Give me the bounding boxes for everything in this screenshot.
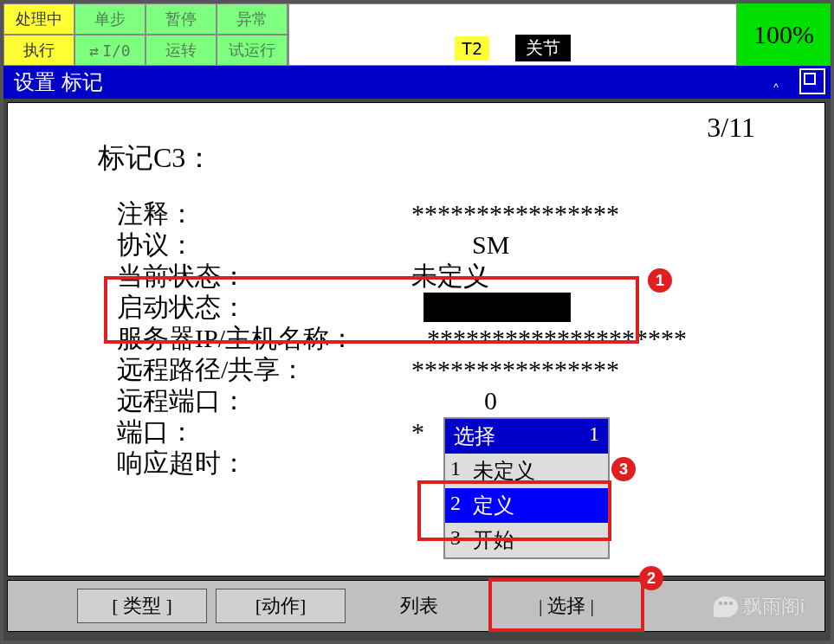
dropdown-header-count: 1 <box>589 422 599 450</box>
status-step[interactable]: 单步 <box>74 3 145 35</box>
action-button[interactable]: [动作] <box>216 589 346 623</box>
status-io[interactable]: ⇄I/0 <box>74 35 145 66</box>
value-comment[interactable]: **************** <box>411 198 619 229</box>
status-fault[interactable]: 异常 <box>217 3 288 35</box>
speed-percent[interactable]: 100% <box>737 3 831 66</box>
label-remote-path: 远程路径/共享： <box>117 354 411 385</box>
row-comment: 注释： **************** <box>117 198 687 229</box>
value-protocol[interactable]: SM <box>411 229 509 261</box>
caret-icon: ^ <box>773 81 779 93</box>
section-heading: 标记C3： <box>98 139 213 177</box>
label-remote-port: 远程端口： <box>117 385 411 416</box>
value-current-state[interactable]: 未定义 <box>411 261 489 292</box>
status-run[interactable]: 执行 <box>3 35 74 66</box>
value-remote-path[interactable]: **************** <box>411 354 619 385</box>
coord-joint-badge: 关节 <box>515 35 571 61</box>
label-response-timeout: 响应超时： <box>117 448 411 479</box>
dropdown-header: 选择 1 <box>445 419 608 454</box>
watermark: 飘雨阁i <box>714 594 805 620</box>
row-remote-port: 远程端口： 0 <box>117 385 687 416</box>
row-remote-path: 远程路径/共享： **************** <box>117 354 687 385</box>
label-protocol: 协议： <box>117 229 411 261</box>
label-current-state: 当前状态： <box>117 261 411 292</box>
mode-t2-badge: T2 <box>455 36 489 61</box>
status-pause[interactable]: 暂停 <box>145 3 217 35</box>
value-remote-port[interactable]: 0 <box>411 385 497 416</box>
dropdown-option-start[interactable]: 3 开始 <box>445 523 608 557</box>
label-port: 端口： <box>117 416 411 448</box>
select-button[interactable]: | 选择 | <box>493 589 640 623</box>
row-server: 服务器IP/主机名称： ******************** <box>117 323 687 354</box>
window-title-bar: 设置 标记 ^ <box>3 66 831 99</box>
content-pane: 3/11 标记C3： 注释： **************** 协议： SM 当… <box>7 102 825 576</box>
window-multi-icon[interactable] <box>799 68 825 94</box>
top-status-row: 处理中 单步 暂停 异常 执行 ⇄I/0 运转 试运行 T2 关节 100% <box>3 3 831 66</box>
type-button[interactable]: [ 类型 ] <box>77 589 207 623</box>
value-server[interactable]: ******************** <box>427 323 687 354</box>
dropdown-option-undefined[interactable]: 1 未定义 <box>445 454 608 488</box>
window-title: 设置 标记 <box>14 68 103 96</box>
select-dropdown[interactable]: 选择 1 1 未定义 2 定义 3 开始 <box>443 417 610 559</box>
dropdown-header-label: 选择 <box>454 422 495 450</box>
pager-count: 3/11 <box>707 112 755 144</box>
row-current-state: 当前状态： 未定义 <box>117 261 687 292</box>
status-processing[interactable]: 处理中 <box>3 3 74 35</box>
label-start-state: 启动状态： <box>117 292 411 323</box>
annotation-badge-3: 3 <box>611 457 636 481</box>
annotation-badge-1: 1 <box>648 268 672 293</box>
value-start-state-selected[interactable] <box>423 293 571 322</box>
row-start-state: 启动状态： <box>117 292 687 323</box>
wechat-icon <box>714 596 738 617</box>
row-protocol: 协议： SM <box>117 229 687 261</box>
message-area: T2 关节 <box>288 3 737 66</box>
label-server: 服务器IP/主机名称： <box>117 323 427 354</box>
status-running[interactable]: 运转 <box>145 35 217 66</box>
value-port[interactable]: * <box>411 416 424 448</box>
footer-bar: [ 类型 ] [动作] 列表 | 选择 | <box>7 580 825 632</box>
dropdown-option-define[interactable]: 2 定义 <box>445 488 608 523</box>
annotation-badge-2: 2 <box>639 566 663 590</box>
label-comment: 注释： <box>117 198 411 229</box>
status-testrun[interactable]: 试运行 <box>217 35 288 66</box>
status-grid: 处理中 单步 暂停 异常 执行 ⇄I/0 运转 试运行 <box>3 3 288 66</box>
list-button[interactable]: 列表 <box>354 589 484 623</box>
